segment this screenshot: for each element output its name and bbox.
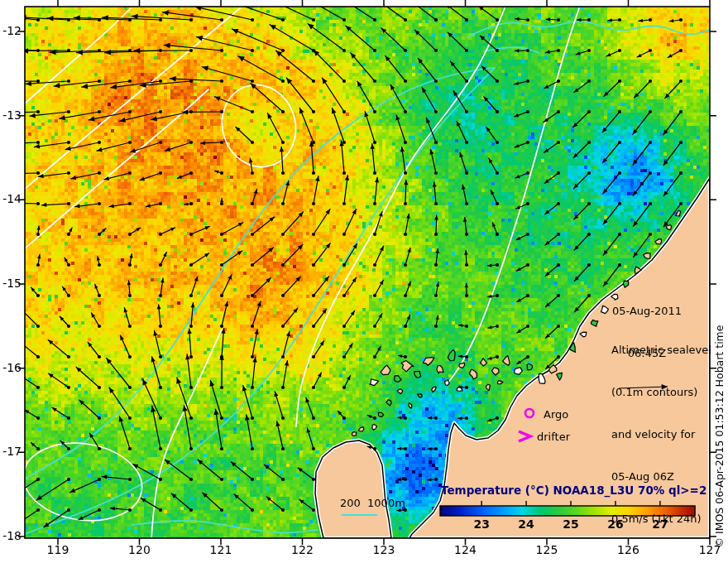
x-tick-label: 122 — [291, 544, 314, 556]
y-tick-label: -17 — [0, 445, 22, 458]
y-tick-label: -15 — [0, 277, 22, 290]
altimetric-line1: Altimetric sealevel — [611, 343, 711, 357]
colorbar-tick-label: 23 — [473, 518, 489, 531]
y-tick-label: -13 — [0, 109, 22, 122]
depth-contour-label: 200 1000m — [340, 496, 405, 510]
y-tick-label: -16 — [0, 362, 22, 374]
y-tick-label: -14 — [0, 193, 22, 205]
y-tick-label: -18 — [0, 530, 22, 542]
x-tick-label: 123 — [373, 544, 395, 556]
x-tick-label: 126 — [617, 544, 639, 556]
colorbar-tick-label: 25 — [563, 518, 578, 531]
altimetric-line4: 05-Aug 06Z — [611, 469, 711, 484]
figure: 05-Aug-2011 06:45Z Altimetric sealevel (… — [0, 0, 728, 563]
x-tick-label: 125 — [536, 544, 558, 556]
x-tick-label: 121 — [210, 544, 232, 556]
x-tick-label: 124 — [454, 544, 477, 556]
y-tick-label: -12 — [0, 25, 22, 37]
drifter-label: drifter — [537, 430, 570, 444]
colorbar-title: Temperature (°C) NOAA18_L3U 70% ql>=2 — [441, 484, 696, 498]
credit-text: © IMOS 06-Apr-2015 01:53:12 Hobart time — [712, 325, 726, 548]
argo-label: Argo — [544, 407, 568, 421]
colorbar-tick-label: 26 — [607, 518, 623, 531]
x-tick-label: 120 — [128, 544, 151, 556]
colorbar-tick-label: 24 — [518, 518, 534, 531]
altimetric-line3: and velocity for — [611, 427, 711, 441]
x-tick-label: 127 — [699, 544, 721, 556]
x-tick-label: 119 — [47, 544, 69, 556]
altimetric-line2: (0.1m contours) — [611, 385, 711, 399]
colorbar-tick-label: 27 — [652, 518, 668, 531]
